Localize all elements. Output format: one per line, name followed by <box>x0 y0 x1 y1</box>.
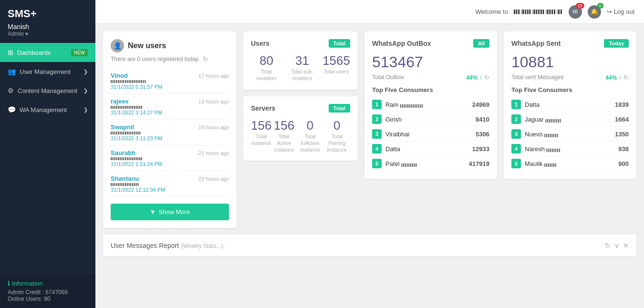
consumer-count: 417919 <box>469 160 489 167</box>
sub-resellers-label: Total sub-resellers <box>282 68 322 82</box>
consumer-count: 1664 <box>615 116 629 123</box>
report-refresh-icon[interactable]: ↻ <box>605 242 611 249</box>
sent-refresh-icon[interactable]: ↻ <box>623 74 629 81</box>
consumer-count: 1350 <box>615 131 629 138</box>
outbox-pct: 44% ↑ <box>466 74 482 81</box>
person-icon: 👤 <box>111 39 124 52</box>
new-users-card: 👤 New users There are 0 users registered… <box>103 31 237 228</box>
report-close-icon[interactable]: ✕ <box>623 242 629 249</box>
logout-button[interactable]: ↪ Log out <box>607 8 634 15</box>
user-name[interactable]: Shantanu <box>111 175 139 182</box>
user-name[interactable]: Saurabh <box>111 149 135 156</box>
consumer-rank: 1 <box>372 100 382 109</box>
user-role[interactable]: Admin ▾ <box>8 31 88 37</box>
consumer-rank: 3 <box>511 129 521 139</box>
brand: SMS+ <box>0 0 95 22</box>
user-name[interactable]: Swapnil <box>111 123 134 131</box>
user-barcode: ▌▌▌▌▌▌▌▌▌▌▌▌▌▌▌▌▌▌ <box>111 106 229 109</box>
content-icon: ⚙ <box>8 87 14 94</box>
resellers-label: Total resellers <box>251 68 282 82</box>
sidebar-nav: ⊞ Dashboards NEW 👥 User Management ❯ ⚙ C… <box>0 43 95 274</box>
grid-icon: ⊞ <box>8 49 13 56</box>
servers-stat-title: Servers <box>251 104 275 112</box>
consumer-count: 5306 <box>476 131 489 138</box>
parring-instance-stat: 0 Total Parring Instance <box>324 118 350 154</box>
user-barcode: ▌▌▌▌▌▌▌▌▌▌▌▌▌▌▌▌ <box>111 183 229 186</box>
active-instance-num: 156 <box>271 118 296 133</box>
sub-resellers-num: 31 <box>282 53 322 68</box>
consumer-name: Datta <box>385 145 468 153</box>
user-barcode: ▌▌▌▌▌▌▌▌▌▌▌▌▌▌▌▌▌▌▌▌ <box>111 80 229 83</box>
consumer-name: Maulik ▌▌▌▌▌▌▌ <box>525 160 614 167</box>
consumer-name: Girish <box>385 116 472 123</box>
bell-badge: 8 <box>597 3 603 9</box>
sent-title: WhatsApp Sent <box>511 40 561 47</box>
users-stat-title: Users <box>251 40 270 47</box>
total-users-label: Total users <box>322 68 350 75</box>
report-title: User Messages Report <box>111 242 179 249</box>
top-card-row: 👤 New users There are 0 users registered… <box>103 31 636 228</box>
bell-icon-wrap[interactable]: 🔔 8 <box>588 5 601 19</box>
list-item: 4 Datta 12933 <box>372 142 489 156</box>
show-more-button[interactable]: ▼ Show More <box>111 204 229 220</box>
sidebar-item-dashboards[interactable]: ⊞ Dashboards NEW <box>0 43 95 62</box>
chevron-right-icon: ❯ <box>83 107 88 113</box>
consumer-count: 24969 <box>472 101 489 108</box>
consumer-rank: 2 <box>511 114 521 124</box>
users-icon: 👥 <box>8 68 16 75</box>
sidebar-item-wa-management[interactable]: 💬 WA Management ❯ <box>0 100 95 119</box>
user-date: 31/1/2022 5:31:57 PM <box>111 84 229 90</box>
user-date: 31/1/2022 3:14:27 PM <box>111 110 229 115</box>
list-item: Vinod 17 hours ago ▌▌▌▌▌▌▌▌▌▌▌▌▌▌▌▌▌▌▌▌ … <box>111 68 229 94</box>
welcome-text: Welcome to <box>476 8 508 15</box>
new-users-subtitle: There are 0 users registered today. <box>111 56 200 62</box>
user-name[interactable]: rajeev <box>111 98 129 105</box>
total-users-num: 1565 <box>322 53 350 68</box>
report-controls: ↻ ∨ ✕ <box>605 242 629 249</box>
sidebar-item-label: Content Management <box>18 87 77 94</box>
parring-instance-num: 0 <box>324 118 350 133</box>
email-icon-wrap[interactable]: ✉ 15 <box>569 5 582 19</box>
consumer-name: Datta <box>525 101 611 108</box>
chevron-right-icon: ❯ <box>83 69 88 75</box>
list-item: Saurabh 21 hours ago ▌▌▌▌▌▌▌▌▌▌▌▌▌▌▌▌▌▌ … <box>111 145 229 171</box>
list-item: 1 Ram ▌▌▌▌▌▌▌▌▌▌▌▌▌ 24969 <box>372 97 489 112</box>
list-item: 3 Nuevo ▌▌▌▌▌▌▌▌ 1350 <box>511 127 629 142</box>
report-chevron-icon[interactable]: ∨ <box>614 242 619 249</box>
sent-total: 10881 <box>511 53 629 71</box>
header-barcode: ▌▌▌║▌▌▌▌║▌▌▌▌▌║▌▌▌▌║▌▌ <box>514 10 563 14</box>
whatsapp-outbox-card: WhatsApp OutBox All 513467 Total Outbox … <box>364 31 497 179</box>
refresh-icon[interactable]: ↻ <box>203 55 208 62</box>
user-time: 19 hours ago <box>198 99 229 104</box>
list-item: Shantanu 22 hours ago ▌▌▌▌▌▌▌▌▌▌▌▌▌▌▌▌ 3… <box>111 171 229 197</box>
outbox-title: WhatsApp OutBox <box>372 40 431 47</box>
logout-icon: ↪ <box>607 8 612 15</box>
outbox-refresh-icon[interactable]: ↻ <box>484 74 489 81</box>
sidebar-item-user-management[interactable]: 👥 User Management ❯ <box>0 62 95 81</box>
user-name[interactable]: Vinod <box>111 72 128 79</box>
sidebar-item-content-management[interactable]: ⚙ Content Management ❯ <box>0 81 95 100</box>
online-users: Online Users: 90 <box>8 296 88 302</box>
user-barcode: ▌▌▌▌▌▌▌▌▌▌▌▌▌▌▌▌▌ <box>111 132 229 134</box>
consumer-rank: 2 <box>372 114 382 124</box>
list-item: 5 Maulik ▌▌▌▌▌▌▌ 900 <box>511 156 629 171</box>
mid-column: Users Total 80 Total resellers 31 Total … <box>243 31 358 161</box>
consumer-name: Ram ▌▌▌▌▌▌▌▌▌▌▌▌▌ <box>385 101 468 108</box>
total-instance-label: Total Instance <box>251 133 271 147</box>
consumer-name: Viralbhai <box>385 131 472 138</box>
sent-badge: Today <box>604 39 629 48</box>
whatsapp-sent-card: WhatsApp Sent Today 10881 Total sent Mes… <box>504 31 636 179</box>
sidebar-item-label: User Management <box>20 68 71 75</box>
active-instance-label: Total Active Instance <box>271 133 296 154</box>
user-time: 22 hours ago <box>198 176 229 182</box>
admin-credit: Admin Credit : 6747066 <box>8 289 88 296</box>
outbox-total-label: Total Outbox <box>372 74 404 81</box>
user-time: 19 hours ago <box>198 124 229 130</box>
total-sub-resellers-stat: 31 Total sub-resellers <box>282 53 322 82</box>
outbox-total: 513467 <box>372 53 489 71</box>
list-item: 4 Naresh ▌▌▌▌▌▌▌▌ 938 <box>511 142 629 156</box>
user-time: 21 hours ago <box>198 150 229 156</box>
list-item: 1 Datta 1839 <box>511 97 629 112</box>
sidebar: SMS+ Manish Admin ▾ ⊞ Dashboards NEW 👥 U… <box>0 0 95 308</box>
report-title-area: User Messages Report (Weekly Stats...). <box>111 241 225 250</box>
